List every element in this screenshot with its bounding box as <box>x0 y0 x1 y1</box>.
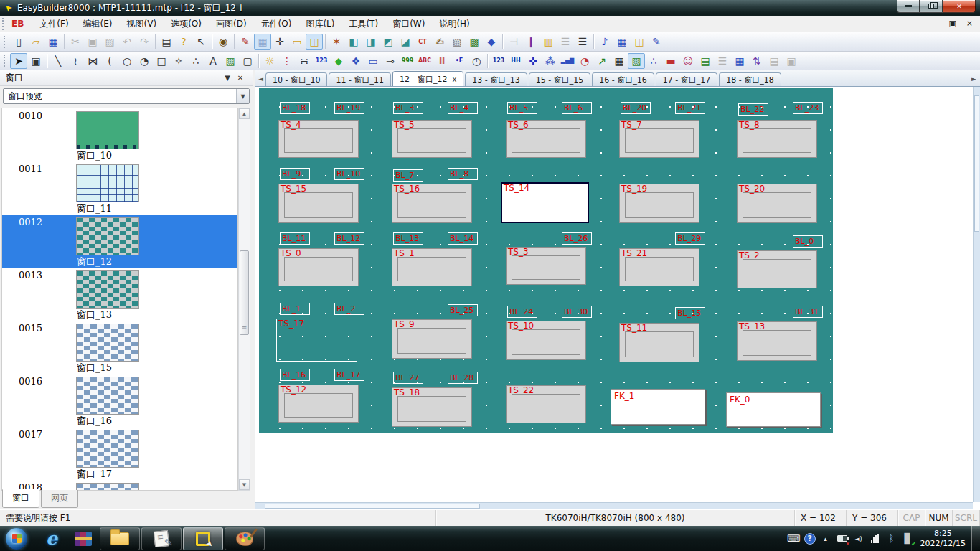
trend-display-icon[interactable]: ↗ <box>593 53 611 69</box>
draw-icon[interactable]: ✎ <box>237 34 254 50</box>
bl-10-object[interactable]: BL_10 <box>334 168 364 180</box>
ts-15-object[interactable]: TS_15 <box>278 184 359 223</box>
bl-12-object[interactable]: BL_12 <box>334 232 364 245</box>
about-icon[interactable]: ? <box>175 34 192 50</box>
new-icon[interactable]: ▯ <box>10 34 27 50</box>
timer-icon[interactable]: ◷ <box>468 53 485 69</box>
tab-close-icon[interactable]: x <box>452 75 456 83</box>
ts-1-object[interactable]: TS_1 <box>392 248 472 286</box>
bl-9-object[interactable]: BL_9 <box>280 168 310 180</box>
fk-1-object[interactable]: FK_1 <box>611 389 705 425</box>
bl-14-object[interactable]: BL_14 <box>448 232 478 245</box>
sound-icon[interactable]: ♪ <box>596 34 613 50</box>
bl-21-object[interactable]: BL_21 <box>675 102 705 114</box>
bl-4-object[interactable]: BL_4 <box>448 102 478 114</box>
toolbar-gripper[interactable] <box>4 36 7 48</box>
select-icon[interactable]: ➤ <box>10 53 27 69</box>
barcode-icon[interactable]: ‖‖ <box>433 53 451 69</box>
bl-22-object[interactable]: BL_22 <box>738 103 768 116</box>
bl-23-object[interactable]: BL_23 <box>793 102 823 114</box>
label-library-icon[interactable]: ◫ <box>631 34 648 50</box>
ts-8-object[interactable]: TS_8 <box>737 120 817 158</box>
tab-18-窗口_18[interactable]: 18 - 窗口_18 <box>719 72 781 86</box>
csv-icon[interactable]: ▧ <box>448 34 466 50</box>
window-preview-item-0016[interactable]: 0016窗口_16 <box>2 374 237 427</box>
ascii-display-icon[interactable]: ABC <box>416 53 433 69</box>
tab-scroll-right-icon[interactable]: ► <box>969 73 979 85</box>
menu-item-6[interactable]: 图库(L) <box>298 16 341 32</box>
plc-control-icon[interactable]: ▣ <box>783 53 800 69</box>
tab-15-窗口_15[interactable]: 15 - 窗口_15 <box>529 72 590 86</box>
bl-2-object[interactable]: BL_2 <box>334 303 364 315</box>
window-bar-icon[interactable]: ▭ <box>364 53 382 69</box>
open-icon[interactable]: ▱ <box>27 34 44 50</box>
list-1-icon[interactable]: ☰ <box>557 34 574 50</box>
memo-icon[interactable]: ✎ <box>648 34 665 50</box>
rect-icon[interactable]: □ <box>153 53 170 69</box>
grid-icon[interactable]: ▦ <box>254 34 271 50</box>
explorer-taskbar-button[interactable] <box>100 527 140 550</box>
ts-16-object[interactable]: TS_16 <box>392 184 472 223</box>
bl-28-object[interactable]: BL_28 <box>448 372 478 384</box>
panel-tab-window[interactable]: 窗口 <box>2 489 39 508</box>
properties-icon[interactable]: ▣ <box>27 53 44 69</box>
bit-lamp-icon[interactable]: ☼ <box>261 53 278 69</box>
minimize-button[interactable] <box>897 0 920 13</box>
show-desktop-button[interactable] <box>971 526 980 551</box>
paste-icon[interactable]: ▨ <box>101 34 118 50</box>
menu-item-5[interactable]: 元件(O) <box>254 16 299 32</box>
ts-5-object[interactable]: TS_5 <box>392 120 472 158</box>
picture-icon[interactable]: ▧ <box>222 53 239 69</box>
print-icon[interactable]: ▤ <box>158 34 175 50</box>
ts-19-object[interactable]: TS_19 <box>619 184 699 223</box>
context-help-icon[interactable]: ↖ <box>192 34 209 50</box>
window-preview-item-0017[interactable]: 0017窗口_17 <box>2 427 237 480</box>
star-icon[interactable]: ✧ <box>170 53 187 69</box>
line-icon[interactable]: ╲ <box>50 53 67 69</box>
bl-30-object[interactable]: BL_30 <box>562 306 592 318</box>
menu-item-9[interactable]: 说明(H) <box>432 16 476 32</box>
ts-4-object[interactable]: TS_4 <box>278 120 359 158</box>
meter-icon[interactable]: ◔ <box>576 53 593 69</box>
rebuild-icon[interactable]: ◨ <box>362 34 380 50</box>
bl-8-object[interactable]: BL_8 <box>448 168 478 180</box>
panel-close-icon[interactable]: ✕ <box>234 74 247 82</box>
keyboard-tray-icon[interactable]: ⌨ <box>787 532 801 546</box>
ts-7-object[interactable]: TS_7 <box>619 120 699 158</box>
window-preview-item-0010[interactable]: 0010窗口_10 <box>2 108 237 161</box>
window-preview-item-0015[interactable]: 0015窗口_15 <box>2 321 237 374</box>
help-center-tray-icon[interactable]: ? <box>804 533 816 545</box>
ts-10-object[interactable]: TS_10 <box>506 321 586 360</box>
event-log-icon[interactable]: ☰ <box>714 53 731 69</box>
ct-icon[interactable]: CT <box>414 34 431 50</box>
bl-1-object[interactable]: BL_1 <box>280 303 310 315</box>
panel-menu-icon[interactable]: ▼ <box>221 74 234 82</box>
internet-explorer-taskbar-icon[interactable]: e <box>36 527 67 550</box>
ts-9-object[interactable]: TS_9 <box>392 319 472 359</box>
tab-12-窗口_12[interactable]: 12 - 窗口_12x <box>392 71 463 86</box>
tab-scroll-left-icon[interactable]: ◄ <box>256 73 265 85</box>
battery-tray-icon[interactable]: ✕ <box>836 532 849 546</box>
bl-0-object[interactable]: BL_0 <box>793 235 823 248</box>
data-transfer-icon[interactable]: ⇅ <box>748 53 765 69</box>
alarm-bar-icon[interactable]: ▬ <box>662 53 679 69</box>
canvas-vscrollbar[interactable] <box>973 87 980 502</box>
panel-tab-web[interactable]: 网页 <box>41 490 78 508</box>
bl-17-object[interactable]: BL_17 <box>334 369 364 381</box>
ts-11-object[interactable]: TS_11 <box>619 323 699 362</box>
ts-2-object[interactable]: TS_2 <box>737 250 817 288</box>
move-shape-icon[interactable]: ✜ <box>524 53 542 69</box>
cut-icon[interactable]: ✂ <box>67 34 84 50</box>
ts-22-object[interactable]: TS_22 <box>506 385 586 423</box>
undo-icon[interactable]: ↶ <box>118 34 136 50</box>
tab-10-窗口_10[interactable]: 10 - 窗口_10 <box>265 72 327 86</box>
text-icon[interactable]: A <box>204 53 222 69</box>
restore-button[interactable] <box>920 0 943 13</box>
save-icon[interactable]: ▦ <box>44 34 62 50</box>
pie-icon[interactable]: ◔ <box>136 53 153 69</box>
animation-icon[interactable]: ⁂ <box>542 53 559 69</box>
window-preview-item-0012[interactable]: 0012窗口_12 <box>2 215 237 268</box>
upload-icon[interactable]: ◪ <box>397 34 414 50</box>
bluetooth-tray-icon[interactable]: ᛒ <box>885 532 898 546</box>
menu-item-7[interactable]: 工具(T) <box>341 16 385 32</box>
